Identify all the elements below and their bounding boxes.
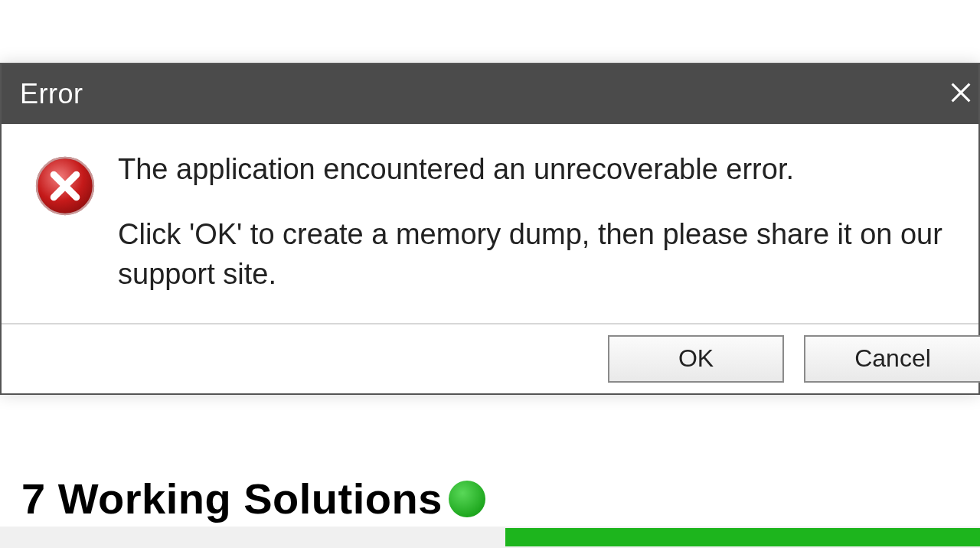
dialog-title: Error <box>20 78 83 110</box>
dialog-message: The application encountered an unrecover… <box>118 150 956 308</box>
green-dot-icon <box>449 481 485 517</box>
overlay-caption: 7 Working Solutions <box>21 474 485 523</box>
screenshot-frame: Error <box>0 0 980 551</box>
error-dialog: Error <box>0 63 980 395</box>
dialog-icon-column <box>34 150 118 308</box>
cancel-button-label: Cancel <box>854 344 931 373</box>
progress-fill <box>505 528 980 546</box>
close-icon <box>948 75 974 113</box>
message-line-1: The application encountered an unrecover… <box>118 150 956 189</box>
overlay-caption-text: 7 Working Solutions <box>21 474 443 523</box>
message-line-2: Click 'OK' to create a memory dump, then… <box>118 215 956 294</box>
cancel-button[interactable]: Cancel <box>804 335 980 383</box>
ok-button[interactable]: OK <box>608 335 784 383</box>
dialog-body: The application encountered an unrecover… <box>2 124 978 323</box>
close-button[interactable] <box>933 64 978 124</box>
dialog-titlebar: Error <box>2 64 978 124</box>
error-icon <box>34 207 96 220</box>
dialog-button-row: OK Cancel <box>2 323 978 393</box>
ok-button-label: OK <box>678 344 714 373</box>
